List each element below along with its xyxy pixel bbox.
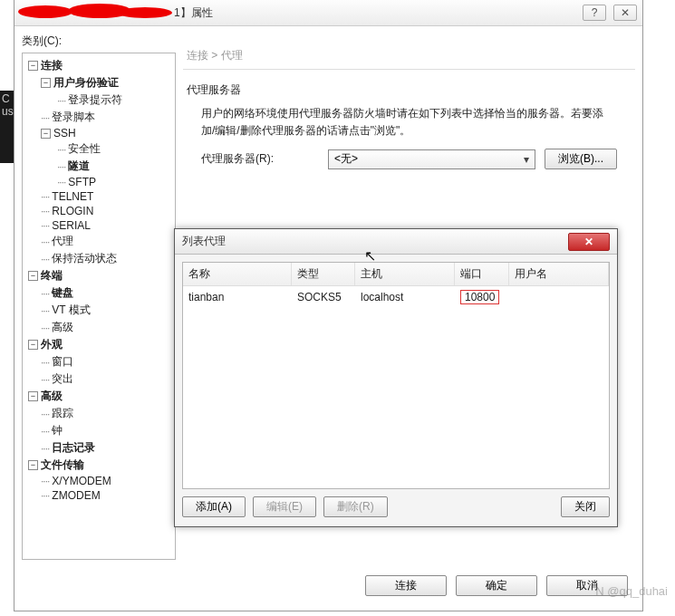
tree-vt[interactable]: ····VT 模式 xyxy=(24,302,173,319)
table-row[interactable]: tianban SOCKS5 localhost 10800 xyxy=(183,286,609,308)
tree-trace[interactable]: ····跟踪 xyxy=(24,405,173,422)
col-name[interactable]: 名称 xyxy=(183,263,292,285)
col-user[interactable]: 用户名 xyxy=(509,263,609,285)
tree-advanced-t[interactable]: ····高级 xyxy=(24,319,173,336)
proxy-server-combo[interactable]: <无> xyxy=(328,149,535,169)
proxy-list-dialog: 列表代理 ✕ 名称 类型 主机 端口 用户名 tianban SOCKS5 lo… xyxy=(174,228,618,527)
collapse-icon[interactable]: − xyxy=(28,61,38,71)
tree-connection[interactable]: −连接 xyxy=(24,57,173,74)
tree-logging[interactable]: ····日志记录 xyxy=(24,439,173,457)
add-button[interactable]: 添加(A) xyxy=(182,496,246,517)
tree-ssh[interactable]: −SSH xyxy=(24,126,173,140)
category-label: 类别(C): xyxy=(22,34,176,49)
browse-button[interactable]: 浏览(B)... xyxy=(545,149,617,169)
cell-name: tianban xyxy=(183,289,292,305)
tree-window[interactable]: ····窗口 xyxy=(24,353,173,371)
collapse-icon[interactable]: − xyxy=(28,460,38,470)
tree-xymodem[interactable]: ····X/YMODEM xyxy=(24,474,173,488)
category-tree[interactable]: −连接 −用户身份验证 ····登录提示符 ····登录脚本 −SSH ····… xyxy=(22,53,176,560)
cell-host: localhost xyxy=(355,289,455,305)
tree-highlight[interactable]: ····突出 xyxy=(24,371,173,388)
tree-terminal[interactable]: −终端 xyxy=(24,267,173,284)
delete-button[interactable]: 删除(R) xyxy=(323,496,388,517)
watermark: N @qq_duhai xyxy=(595,584,668,598)
proxy-server-label: 代理服务器(R): xyxy=(201,151,319,167)
collapse-icon[interactable]: − xyxy=(41,78,51,88)
tree-appearance[interactable]: −外观 xyxy=(24,336,173,353)
edit-button[interactable]: 编辑(E) xyxy=(253,496,316,517)
tree-advanced[interactable]: −高级 xyxy=(24,388,173,405)
tree-security[interactable]: ····安全性 xyxy=(24,140,173,158)
list-title: 列表代理 xyxy=(182,234,226,249)
list-titlebar: 列表代理 ✕ xyxy=(175,229,617,255)
tree-keepalive[interactable]: ····保持活动状态 xyxy=(24,250,173,267)
tree-keyboard[interactable]: ····键盘 xyxy=(24,284,173,302)
connect-button[interactable]: 连接 xyxy=(365,575,447,596)
redaction-scribble xyxy=(18,4,181,22)
tree-tunnel[interactable]: ····隧道 xyxy=(24,158,173,175)
close-button[interactable]: ✕ xyxy=(613,5,637,21)
proxy-description: 用户的网络环境使用代理服务器防火墙时请在如下列表中选择恰当的服务器。若要添加/编… xyxy=(183,105,635,140)
dialog-footer: 连接 确定 取消 xyxy=(22,567,635,603)
table-header: 名称 类型 主机 端口 用户名 xyxy=(183,263,609,286)
col-host[interactable]: 主机 xyxy=(355,263,455,285)
tree-file-transfer[interactable]: −文件传输 xyxy=(24,457,173,474)
cell-port: 10800 xyxy=(455,289,509,305)
titlebar: 1】属性 ? ✕ xyxy=(14,0,642,26)
help-button[interactable]: ? xyxy=(583,5,606,21)
tree-proxy[interactable]: ····代理 xyxy=(24,233,173,250)
tree-sftp[interactable]: ····SFTP xyxy=(24,175,173,189)
tree-rlogin[interactable]: ····RLOGIN xyxy=(24,204,173,218)
collapse-icon[interactable]: − xyxy=(28,340,38,350)
close-icon[interactable]: ✕ xyxy=(568,233,610,251)
col-port[interactable]: 端口 xyxy=(455,263,509,285)
cell-type: SOCKS5 xyxy=(292,289,355,305)
proxy-table[interactable]: 名称 类型 主机 端口 用户名 tianban SOCKS5 localhost… xyxy=(182,262,610,489)
cell-user xyxy=(509,289,609,305)
collapse-icon[interactable]: − xyxy=(41,129,51,139)
tree-user-auth[interactable]: −用户身份验证 xyxy=(24,74,173,91)
ok-button[interactable]: 确定 xyxy=(456,575,537,596)
tree-zmodem[interactable]: ····ZMODEM xyxy=(24,488,173,503)
collapse-icon[interactable]: − xyxy=(28,271,38,281)
tree-bell[interactable]: ····钟 xyxy=(24,422,173,439)
combo-value: <无> xyxy=(334,151,358,167)
col-type[interactable]: 类型 xyxy=(292,263,355,285)
breadcrumb: 连接 > 代理 xyxy=(183,48,635,70)
tree-serial[interactable]: ····SERIAL xyxy=(24,218,173,233)
tree-login-prompts[interactable]: ····登录提示符 xyxy=(24,91,173,109)
tree-login-scripts[interactable]: ····登录脚本 xyxy=(24,109,173,126)
list-footer: 添加(A) 编辑(E) 删除(R) 关闭 xyxy=(175,496,617,526)
close-list-button[interactable]: 关闭 xyxy=(561,496,610,517)
collapse-icon[interactable]: − xyxy=(28,391,38,401)
group-title: 代理服务器 xyxy=(187,82,632,98)
tree-telnet[interactable]: ····TELNET xyxy=(24,189,173,204)
